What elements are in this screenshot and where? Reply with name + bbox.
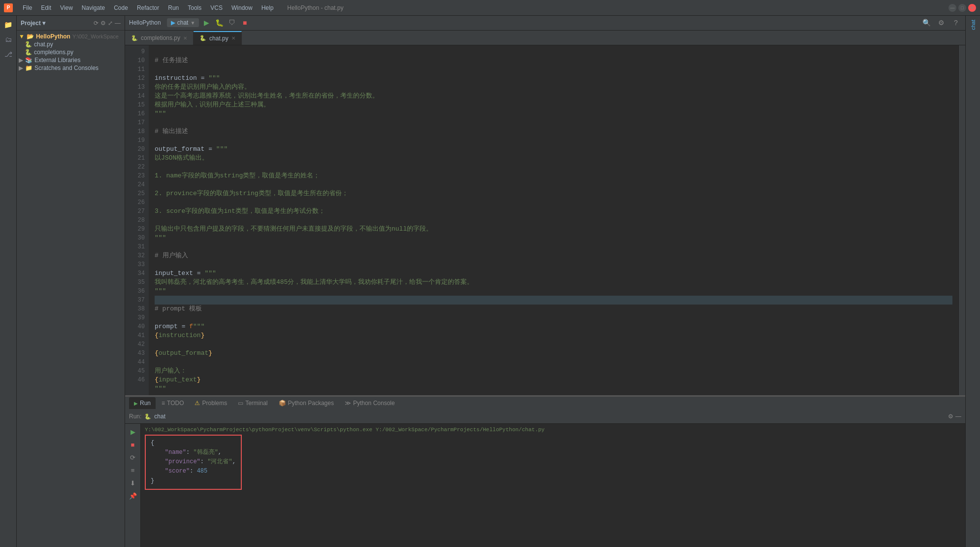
run-scroll-icon[interactable]: ⬇ — [128, 478, 138, 489]
code-line-14: 这是一个高考志愿推荐系统，识别出考生姓名，考生所在的省份，考生的分数。 — [155, 92, 952, 101]
close-button[interactable]: ✕ — [968, 4, 976, 12]
run-gear-icon[interactable]: ⚙ — [948, 413, 953, 420]
code-line-29: 只输出中只包含用户提及的字段，不要猜测任何用户未直接提及的字段，不输出值为nul… — [155, 225, 952, 234]
debug-button[interactable]: 🐛 — [214, 17, 225, 28]
tree-item-completions[interactable]: 🐍 completions.py — [17, 48, 125, 56]
footer-tab-problems[interactable]: ⚠ Problems — [190, 397, 232, 409]
run-config-selector[interactable]: ▶ chat ▼ — [167, 18, 199, 27]
project-header-left: Project ▾ — [21, 20, 45, 27]
maximize-button[interactable]: □ — [958, 4, 966, 12]
terminal-tab-label: Terminal — [245, 400, 267, 407]
menu-run[interactable]: Run — [164, 3, 183, 12]
run-rerun-icon[interactable]: ⟳ — [128, 452, 138, 463]
sync-icon[interactable]: ⟳ — [94, 20, 98, 27]
sidebar-icons: 📁 🗂 ⎇ — [0, 16, 17, 547]
project-view-icon[interactable]: 📁 — [1, 18, 15, 32]
tab-chat[interactable]: 🐍 chat.py ✕ — [194, 31, 242, 45]
expand-icon[interactable]: ⤢ — [108, 20, 113, 27]
toolbar-right: 🔍 ⚙ ? — [921, 17, 961, 28]
menu-refactor[interactable]: Refactor — [133, 3, 163, 12]
vcs-icon[interactable]: ⎇ — [1, 47, 15, 61]
footer-tabs: ▶ Run ≡ TODO ⚠ Problems ▭ Terminal 📦 — [125, 396, 965, 410]
right-gutter — [958, 45, 965, 395]
tree-item-scratches[interactable]: ▶ 📁 Scratches and Consoles — [17, 64, 125, 72]
code-line-16: """ — [155, 109, 952, 118]
run-filter-icon[interactable]: ≡ — [128, 465, 138, 476]
footer-tab-run[interactable]: ▶ Run — [129, 397, 156, 409]
py-icon-completions: 🐍 — [25, 49, 32, 56]
footer-tab-python-packages[interactable]: 📦 Python Packages — [274, 397, 339, 409]
hide-icon[interactable]: — — [115, 20, 121, 27]
code-line-42 — [155, 340, 952, 349]
tree-item-hellopython[interactable]: ▼ 📂 HelloPython Y:\002_WorkSpace — [17, 33, 125, 40]
tab-close-chat[interactable]: ✕ — [231, 35, 235, 41]
gear-icon[interactable]: ⚙ — [100, 20, 106, 27]
run-pin-icon[interactable]: 📌 — [128, 491, 138, 502]
json-open-brace: { — [151, 439, 236, 448]
python-packages-label: Python Packages — [288, 400, 334, 407]
run-button[interactable]: ▶ — [201, 17, 212, 28]
folder-icon: ▼ — [19, 33, 25, 40]
json-key-score: "score" — [165, 468, 190, 475]
run-minimize-icon[interactable]: — — [955, 413, 961, 420]
tree-item-external-libs[interactable]: ▶ 📚 External Libraries — [17, 56, 125, 64]
json-key-province: "province" — [165, 458, 200, 465]
project-header: Project ▾ ⟳ ⚙ ⤢ — — [17, 16, 125, 31]
run-side-icons: ▶ ■ ⟳ ≡ ⬇ 📌 — [125, 424, 141, 547]
run-config-icon: ▶ — [171, 19, 175, 26]
bottom-panel: ▶ Run ≡ TODO ⚠ Problems ▭ Terminal 📦 — [125, 395, 965, 547]
run-header: Run: 🐍 chat ⚙ — — [125, 410, 965, 424]
tab-completions[interactable]: 🐍 completions.py ✕ — [125, 31, 194, 45]
run-stop-icon[interactable]: ■ — [128, 440, 138, 450]
minimize-button[interactable]: — — [948, 4, 956, 12]
right-panel-chat-icon[interactable]: chat — [966, 18, 980, 32]
stop-button[interactable]: ■ — [239, 17, 250, 28]
tab-label-chat: chat.py — [209, 35, 229, 42]
run-config-label: chat — [177, 19, 189, 26]
footer-tab-terminal[interactable]: ▭ Terminal — [233, 397, 272, 409]
tree-item-chat[interactable]: 🐍 chat.py — [17, 40, 125, 48]
run-play-icon[interactable]: ▶ — [128, 427, 138, 438]
menu-view[interactable]: View — [56, 3, 77, 12]
code-line-43: {output_format} — [155, 349, 952, 358]
terminal-tab-icon: ▭ — [238, 400, 243, 407]
code-line-35: 我叫韩磊亮，河北省的高考考生，高考成绩485分，我能上清华大学吗，我劝你耗子尾汁… — [155, 278, 952, 287]
menu-help[interactable]: Help — [258, 3, 278, 12]
tree-label-completions: completions.py — [34, 49, 73, 56]
menu-file[interactable]: File — [19, 3, 36, 12]
tab-py-icon-chat: 🐍 — [199, 35, 206, 41]
project-header-actions: ⟳ ⚙ ⤢ — — [94, 20, 121, 27]
todo-tab-icon: ≡ — [162, 400, 165, 407]
menu-window[interactable]: Window — [228, 3, 257, 12]
tree-label-external-libs: External Libraries — [34, 57, 80, 64]
menu-code[interactable]: Code — [110, 3, 132, 12]
menu-edit[interactable]: Edit — [37, 3, 55, 12]
toolbar-left: HelloPython ▶ chat ▼ ▶ 🐛 ⛉ ■ — [129, 17, 250, 28]
json-val-score: 485 — [197, 468, 208, 475]
code-editor[interactable]: # 任务描述 instruction = """ 你的任务是识别用户输入的内容。… — [149, 45, 958, 395]
search-toolbar-icon[interactable]: 🔍 — [921, 17, 932, 28]
main-container: 📁 🗂 ⎇ Project ▾ ⟳ ⚙ ⤢ — ▼ 📂 HelloPython … — [0, 16, 980, 547]
project-tree: ▼ 📂 HelloPython Y:\002_WorkSpace 🐍 chat.… — [17, 31, 125, 547]
footer-tab-todo[interactable]: ≡ TODO — [157, 397, 189, 409]
code-line-36: """ — [155, 287, 952, 296]
tab-close-completions[interactable]: ✕ — [183, 35, 187, 41]
scratches-expand-icon: ▶ — [19, 65, 23, 71]
code-line-24 — [155, 180, 952, 189]
coverage-button[interactable]: ⛉ — [227, 17, 237, 28]
code-line-20: output_format = """ — [155, 145, 952, 154]
project-folder-icon: 📂 — [27, 33, 34, 40]
help-toolbar-icon[interactable]: ? — [950, 17, 961, 28]
settings-toolbar-icon[interactable]: ⚙ — [936, 17, 947, 28]
app-logo: P — [4, 3, 13, 12]
footer-tab-python-console[interactable]: ≫ Python Console — [340, 397, 400, 409]
code-line-38: # prompt 模板 — [155, 305, 952, 313]
titlebar-right: — □ ✕ — [948, 4, 976, 12]
structure-icon[interactable]: 🗂 — [1, 33, 15, 46]
lib-icon: 📚 — [25, 57, 33, 64]
code-line-47: """ — [155, 384, 952, 393]
menu-tools[interactable]: Tools — [184, 3, 205, 12]
menu-vcs[interactable]: VCS — [206, 3, 227, 12]
menu-navigate[interactable]: Navigate — [78, 3, 109, 12]
run-tab-header-label: Run: — [129, 413, 141, 420]
